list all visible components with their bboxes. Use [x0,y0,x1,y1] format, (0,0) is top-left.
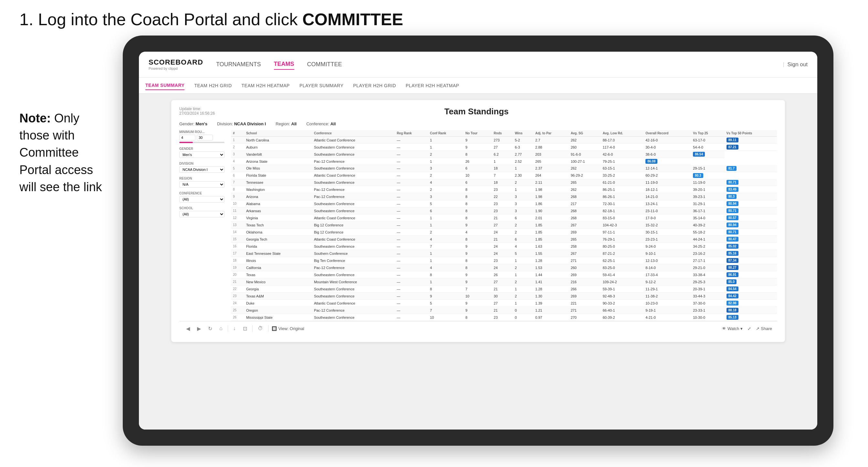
logo-area: SCOREBOARD Powered by clippd [149,59,203,70]
col-rank: # [231,130,244,136]
data-table-container: # School Conference Reg Rank Conf Rank N… [231,130,777,321]
col-wins: Wins [513,130,533,136]
filter-gender: Gender Men's [179,147,224,158]
table-row: 2AuburnSoutheastern Conference—19276-32.… [231,144,777,151]
table-row: 20TexasSoutheastern Conference—892611.44… [231,271,777,278]
table-row: 16FloridaSoutheastern Conference—792441.… [231,243,777,250]
update-time-label: Update time: [179,106,215,111]
sub-nav-team-summary[interactable]: TEAM SUMMARY [145,81,184,90]
gender-select[interactable]: Men's [179,152,224,158]
table-row: 3VanderbiltSoutheastern Conference—286.2… [231,151,777,158]
table-row: 11ArkansasSoutheastern Conference—682331… [231,207,777,214]
content-layout: Minimum Rou... Gender [179,130,777,321]
toolbar-back[interactable]: ◀ [184,324,192,333]
table-row: 6Florida StateAtlantic Coast Conference—… [231,172,777,179]
col-avg-low: Avg. Low Rd. [601,130,644,136]
division-select[interactable]: NCAA Division I [179,166,224,173]
table-row: 5Ole MissSoutheastern Conference—361812.… [231,165,777,172]
main-content: Update time: 27/03/2024 16:56:26 Team St… [139,94,817,430]
scoreboard-panel: Update time: 27/03/2024 16:56:26 Team St… [171,100,785,342]
sub-nav-player-h2h-heatmap[interactable]: PLAYER H2H HEATMAP [406,82,459,90]
nav-items: TOURNAMENTS TEAMS COMMITTEE [216,59,783,70]
top-nav: SCOREBOARD Powered by clippd TOURNAMENTS… [139,52,817,77]
toolbar-right: 👁 Watch ▾ ⤢ ↗ Share [722,326,772,331]
col-school: School [244,130,312,136]
toolbar-refresh[interactable]: ↻ [206,324,214,333]
filter-conference: Conference (All) [179,191,224,203]
table-row: 13Texas TechBig 12 Conference—192721.852… [231,222,777,229]
table-row: 4Arizona StatePac-12 Conference—12612.52… [231,158,777,165]
table-row: 18IllinoisBig Ten Conference—182311.2827… [231,257,777,264]
table-row: 19CaliforniaPac-12 Conference—482421.532… [231,264,777,271]
region-select[interactable]: N/A [179,181,224,188]
col-adj-score: Adj. to Par [533,130,569,136]
col-conference: Conference [312,130,395,136]
toolbar-expand[interactable]: ⤢ [747,326,751,331]
sub-nav-team-h2h-grid[interactable]: TEAM H2H GRID [194,82,231,90]
table-row: 9ArizonaPac-12 Conference—382231.9826886… [231,193,777,200]
tablet-screen: SCOREBOARD Powered by clippd TOURNAMENTS… [139,52,817,430]
note-section: Note: Only those with Committee Portal a… [20,110,110,196]
col-reg-rank: Reg Rank [395,130,428,136]
table-row: 21New MexicoMountain West Conference—192… [231,278,777,285]
rounds-slider[interactable] [179,142,224,143]
tablet-frame: SCOREBOARD Powered by clippd TOURNAMENTS… [123,35,833,446]
filter-row: Gender: Men's Division: NCAA Division I … [179,121,777,126]
bottom-toolbar: ◀ ▶ ↻ ⌂ ↓ ⊡ ⏱ 🔲 View: Original [179,321,777,336]
filter-school: School (All) [179,206,224,217]
col-conf-rank: Conf Rank [428,130,464,136]
table-row: 1North CarolinaAtlantic Coast Conference… [231,136,777,144]
toolbar-watch[interactable]: 👁 Watch ▾ [722,326,743,331]
table-row: 8WashingtonPac-12 Conference—282311.9826… [231,186,777,193]
panel-header: Update time: 27/03/2024 16:56:26 Team St… [179,106,777,117]
table-row: 22GeorgiaSoutheastern Conference—872111.… [231,285,777,292]
table-header-row: # School Conference Reg Rank Conf Rank N… [231,130,777,136]
filter-region: Region N/A [179,177,224,188]
nav-teams[interactable]: TEAMS [274,59,294,70]
nav-committee[interactable]: COMMITTEE [307,59,342,69]
sub-nav-player-summary[interactable]: PLAYER SUMMARY [300,82,343,90]
logo-sub: Powered by clippd [149,66,203,70]
col-overall: Overall Record [644,130,691,136]
sub-nav-team-h2h-heatmap[interactable]: TEAM H2H HEATMAP [242,82,290,90]
col-rnds: Rnds [492,130,513,136]
toolbar-forward[interactable]: ▶ [195,324,203,333]
col-vs-top25: Vs Top 25 [691,130,724,136]
table-row: 25OregonPac-12 Conference—792101.2127166… [231,307,777,314]
min-rounds-input-2[interactable] [197,135,213,141]
logo-text: SCOREBOARD [149,59,203,66]
table-row: 7TennesseeSoutheastern Conference—461822… [231,179,777,186]
table-row: 15Georgia TechAtlantic Coast Conference—… [231,236,777,243]
filter-minimum-rounds: Minimum Rou... [179,130,224,143]
min-rounds-input-1[interactable] [179,135,195,141]
toolbar-download[interactable]: ↓ [231,324,238,332]
filter-division: Division NCAA Division I [179,162,224,173]
col-vs-top50: Vs Top 50 Points [724,130,777,136]
toolbar-share[interactable]: ↗ Share [756,326,772,331]
school-select[interactable]: (All) [179,211,224,217]
conference-select[interactable]: (All) [179,196,224,203]
update-time-block: Update time: 27/03/2024 16:56:26 [179,106,215,116]
toolbar-clock[interactable]: ⏱ [256,324,265,332]
sub-nav: TEAM SUMMARY TEAM H2H GRID TEAM H2H HEAT… [139,77,817,94]
standings-table: # School Conference Reg Rank Conf Rank N… [231,130,777,321]
left-filters: Minimum Rou... Gender [179,130,224,321]
sub-nav-player-h2h-grid[interactable]: PLAYER H2H GRID [353,82,396,90]
nav-tournaments[interactable]: TOURNAMENTS [216,59,261,69]
table-row: 24DukeAtlantic Coast Conference—592711.3… [231,300,777,307]
table-row: 12VirginiaAtlantic Coast Conference—1821… [231,214,777,222]
table-row: 17East Tennessee StateSouthern Conferenc… [231,250,777,257]
col-no-tour: No Tour [464,130,492,136]
update-time-value: 27/03/2024 16:56:26 [179,111,215,116]
table-row: 26Mississippi StateSoutheastern Conferen… [231,314,777,321]
table-row: 14OklahomaBig 12 Conference—242421.85269… [231,229,777,236]
panel-title: Team Standings [215,106,738,117]
sign-out-button[interactable]: Sign out [787,61,808,68]
toolbar-home[interactable]: ⌂ [217,324,224,332]
table-row: 23Texas A&MSoutheastern Conference—91030… [231,292,777,300]
table-row: 10AlabamaSoutheastern Conference—582331.… [231,200,777,207]
step-instruction: 1. Log into the Coach Portal and click C… [20,10,403,29]
toolbar-view-original[interactable]: 🔲 View: Original [272,326,304,331]
toolbar-print[interactable]: ⊡ [241,324,249,333]
col-avg-sg: Avg. SG [569,130,601,136]
